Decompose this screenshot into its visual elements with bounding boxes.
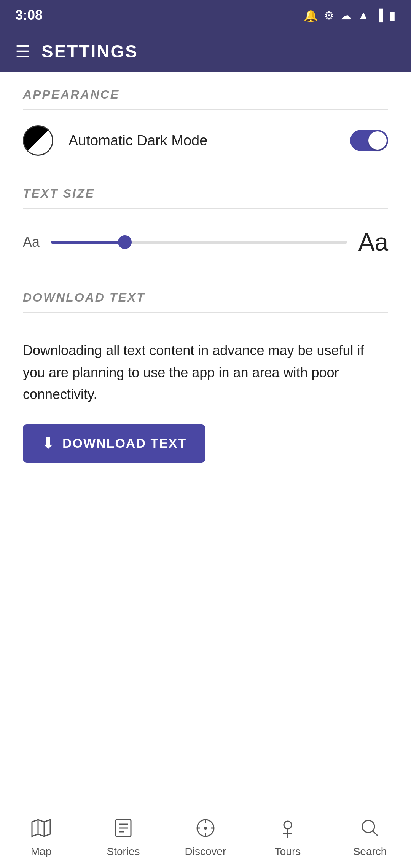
cloud-icon: ☁: [340, 9, 352, 22]
text-size-row: Aa Aa: [0, 209, 411, 275]
nav-item-stories[interactable]: Stories: [82, 818, 164, 858]
download-btn-label: DOWNLOAD TEXT: [62, 436, 186, 451]
download-text-section-header: DOWNLOAD TEXT: [23, 290, 388, 305]
svg-line-17: [373, 831, 378, 836]
text-size-section: TEXT SIZE: [0, 171, 411, 201]
menu-button[interactable]: ☰: [15, 42, 30, 61]
tours-icon: [278, 818, 298, 842]
text-size-section-title: TEXT SIZE: [23, 187, 95, 201]
main-content: APPEARANCE Automatic Dark Mode TEXT SIZE…: [0, 72, 411, 807]
text-size-slider[interactable]: [51, 239, 347, 245]
settings-status-icon: ⚙: [324, 9, 334, 22]
text-size-large-label: Aa: [358, 228, 388, 256]
toggle-thumb: [368, 131, 387, 150]
signal-icon: ▐: [375, 9, 383, 22]
nav-label-discover: Discover: [185, 846, 226, 858]
nav-label-stories: Stories: [107, 846, 140, 858]
notification-icon: 🔔: [304, 9, 318, 22]
svg-point-8: [204, 827, 207, 830]
slider-fill: [51, 241, 125, 244]
bottom-nav: Map Stories Discover: [0, 807, 411, 868]
text-size-small-label: Aa: [23, 234, 40, 250]
appearance-section: APPEARANCE: [0, 72, 411, 102]
wifi-icon: ▲: [358, 9, 369, 22]
dark-mode-label: Automatic Dark Mode: [68, 132, 335, 149]
status-icons: 🔔 ⚙ ☁ ▲ ▐ ▮: [304, 9, 396, 22]
nav-item-discover[interactable]: Discover: [164, 818, 247, 858]
svg-point-13: [284, 821, 292, 829]
map-icon: [31, 818, 51, 842]
slider-thumb[interactable]: [118, 235, 132, 249]
battery-icon: ▮: [389, 9, 396, 22]
download-text-section-title: DOWNLOAD TEXT: [23, 290, 145, 305]
nav-label-search: Search: [353, 846, 387, 858]
text-size-section-header: TEXT SIZE: [23, 187, 388, 201]
dark-mode-icon: [23, 125, 53, 156]
svg-point-16: [362, 820, 374, 833]
download-description: Downloading all text content in advance …: [23, 340, 388, 405]
stories-icon: [113, 818, 133, 842]
nav-label-map: Map: [31, 846, 51, 858]
search-icon: [360, 818, 380, 842]
download-text-button[interactable]: ⬇ DOWNLOAD TEXT: [23, 424, 206, 463]
nav-item-map[interactable]: Map: [0, 818, 82, 858]
dark-mode-toggle[interactable]: [350, 130, 388, 151]
discover-icon: [196, 818, 215, 842]
nav-label-tours: Tours: [275, 846, 301, 858]
download-section-content: Downloading all text content in advance …: [0, 313, 411, 478]
status-bar: 3:08 🔔 ⚙ ☁ ▲ ▐ ▮: [0, 0, 411, 30]
app-header: ☰ SETTINGS: [0, 30, 411, 72]
download-text-section: DOWNLOAD TEXT: [0, 275, 411, 305]
status-time: 3:08: [15, 7, 43, 23]
dark-mode-row: Automatic Dark Mode: [0, 110, 411, 171]
nav-item-search[interactable]: Search: [329, 818, 411, 858]
appearance-section-title: APPEARANCE: [23, 88, 119, 102]
download-icon: ⬇: [42, 435, 55, 452]
page-title: SETTINGS: [41, 41, 138, 62]
svg-marker-0: [32, 820, 50, 836]
nav-item-tours[interactable]: Tours: [247, 818, 329, 858]
appearance-section-header: APPEARANCE: [23, 88, 388, 102]
